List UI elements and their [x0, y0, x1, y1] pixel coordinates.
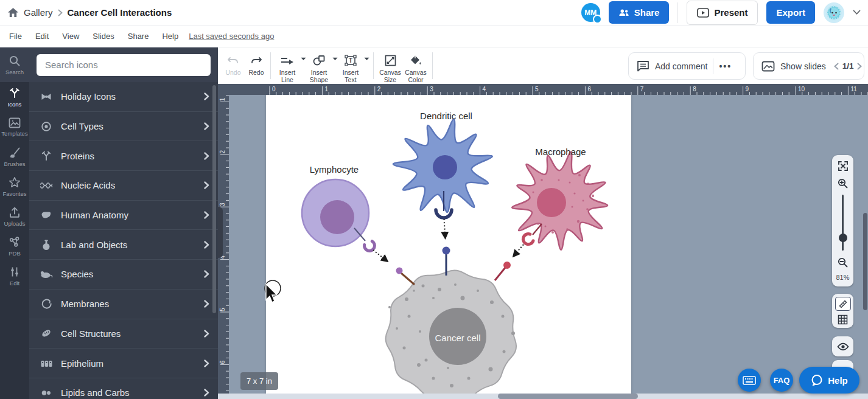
favorites-nav-icon	[9, 176, 21, 189]
dendritic-arrow	[444, 219, 446, 238]
undo-icon	[227, 54, 239, 67]
lymphocyte-receptor[interactable]	[364, 241, 374, 251]
collaborator-badge	[593, 15, 602, 24]
insert-shape-button[interactable]: Insert Shape	[306, 47, 332, 83]
prev-slide-icon[interactable]	[834, 63, 839, 70]
category-cell-structures[interactable]: Cell Structures	[29, 319, 218, 349]
category-nucleic-acids[interactable]: Nucleic Acids	[29, 171, 218, 201]
zoom-in-icon[interactable]	[838, 178, 848, 189]
canvas-size-button[interactable]: Canvas Size	[377, 47, 403, 83]
category-membranes[interactable]: Membranes	[29, 290, 218, 319]
canvas-page[interactable]: Dendritic cell Lymphocyte	[266, 95, 631, 399]
account-chevron-icon[interactable]	[853, 10, 861, 15]
undo-button[interactable]: Undo	[220, 47, 246, 76]
zoom-slider[interactable]	[839, 195, 847, 251]
insert-shape-caret-icon[interactable]	[332, 57, 338, 61]
vertical-scrollbar-thumb[interactable]	[863, 213, 867, 310]
faq-button[interactable]: FAQ	[770, 369, 793, 392]
keyboard-shortcuts-button[interactable]	[738, 369, 761, 392]
fit-to-screen-icon[interactable]	[838, 161, 849, 172]
redo-icon	[250, 54, 262, 67]
menu-slides[interactable]: Slides	[86, 26, 121, 47]
search-input[interactable]	[37, 54, 211, 76]
dendritic-cell-illustration[interactable]: Dendritic cell	[393, 111, 492, 218]
nav-rail-edit[interactable]: Edit	[0, 261, 29, 291]
share-button[interactable]: Share	[609, 1, 670, 24]
box-divider	[713, 58, 713, 74]
help-button[interactable]: Help	[799, 367, 859, 394]
collaborator-avatar[interactable]: MM	[581, 3, 600, 22]
share-people-icon	[618, 9, 629, 17]
insert-text-caret-icon[interactable]	[364, 57, 369, 61]
breadcrumb-gallery[interactable]: Gallery	[24, 7, 53, 18]
canvas-size-icon	[385, 54, 396, 67]
red-receptor-pin[interactable]	[503, 262, 511, 269]
nav-rail-templates[interactable]: Templates	[0, 112, 29, 142]
category-cell-types[interactable]: Cell Types	[29, 112, 218, 142]
zoom-slider-thumb[interactable]	[839, 234, 847, 242]
home-icon[interactable]	[7, 7, 19, 18]
horizontal-scrollbar-thumb[interactable]	[498, 394, 638, 399]
add-comment-icon[interactable]	[637, 60, 649, 72]
templates-nav-icon	[9, 117, 21, 128]
sidebar-scrollbar[interactable]	[212, 85, 216, 313]
category-species[interactable]: Species	[29, 260, 218, 290]
category-epithelium[interactable]: Epithelium	[29, 349, 218, 378]
grid-toggle-button[interactable]	[838, 314, 848, 325]
menu-view[interactable]: View	[55, 26, 86, 47]
next-slide-icon[interactable]	[857, 63, 862, 70]
add-comment-button[interactable]: Add comment	[655, 61, 707, 71]
macrophage-label[interactable]: Macrophage	[535, 147, 586, 157]
lymphocyte-illustration[interactable]: Lymphocyte	[302, 164, 374, 251]
nav-rail-brushes[interactable]: Brushes	[0, 142, 29, 172]
ruler-toggle-button[interactable]	[835, 297, 851, 311]
menu-share[interactable]: Share	[121, 26, 156, 47]
show-slides-button[interactable]: Show slides	[780, 61, 826, 71]
lipids-and-carbs-icon	[39, 389, 54, 397]
lymphocyte-label[interactable]: Lymphocyte	[310, 164, 359, 175]
nav-rail-search[interactable]: Search	[0, 47, 29, 82]
present-button[interactable]: Present	[687, 1, 758, 25]
canvas-viewport[interactable]: Dendritic cell Lymphocyte	[218, 95, 868, 399]
macrophage-illustration[interactable]: Macrophage	[512, 147, 607, 250]
profile-avatar[interactable]	[824, 2, 844, 23]
blue-receptor-pin[interactable]	[443, 247, 450, 255]
category-human-anatomy[interactable]: Human Anatomy	[29, 201, 218, 231]
canvas-color-button[interactable]: Canvas Color	[403, 47, 429, 83]
canvas-color-icon	[410, 54, 422, 67]
export-button[interactable]: Export	[766, 1, 815, 24]
nav-rail-icons[interactable]: Icons	[0, 82, 29, 112]
insert-text-button[interactable]: T Insert Text	[338, 47, 363, 83]
redo-button[interactable]: Redo	[246, 47, 267, 76]
nav-rail-uploads[interactable]: Uploads	[0, 201, 29, 231]
insert-line-caret-icon[interactable]	[301, 57, 306, 61]
category-lipids-and-carbs[interactable]: Lipids and Carbs	[29, 378, 218, 399]
cancer-cell-illustration[interactable]: Cancer cell	[386, 247, 516, 399]
save-status[interactable]: Last saved seconds ago	[189, 32, 274, 41]
cancer-cell-label[interactable]: Cancer cell	[435, 333, 480, 343]
category-proteins[interactable]: Proteins	[29, 141, 218, 171]
category-holiday-icons[interactable]: Holiday Icons	[29, 82, 218, 112]
svg-text:1: 1	[219, 97, 226, 101]
zoom-out-icon[interactable]	[838, 257, 848, 268]
macrophage-receptor[interactable]	[523, 234, 533, 245]
show-slides-icon[interactable]	[761, 61, 775, 72]
nav-rail-pdb[interactable]: PDB	[0, 231, 29, 261]
eye-icon[interactable]	[837, 342, 849, 351]
lymphocyte-nucleus	[320, 200, 354, 234]
purple-receptor-pin[interactable]	[396, 268, 403, 274]
insert-line-button[interactable]: Insert Line	[275, 47, 300, 83]
nucleic-acids-icon	[39, 181, 54, 190]
menu-file[interactable]: File	[2, 26, 29, 47]
menu-help[interactable]: Help	[155, 26, 185, 47]
dendritic-cell-label[interactable]: Dendritic cell	[420, 111, 472, 121]
nav-rail-favorites[interactable]: Favorites	[0, 172, 29, 201]
cell-structures-icon	[39, 328, 54, 338]
menu-edit[interactable]: Edit	[29, 26, 55, 47]
svg-text:6: 6	[219, 360, 226, 364]
insert-line-icon	[280, 54, 295, 67]
category-lab-and-objects[interactable]: Lab and Objects	[29, 230, 218, 260]
more-options-button[interactable]: •••	[719, 61, 732, 71]
ruler-grid-panel	[832, 294, 853, 328]
svg-text:9: 9	[746, 86, 749, 92]
